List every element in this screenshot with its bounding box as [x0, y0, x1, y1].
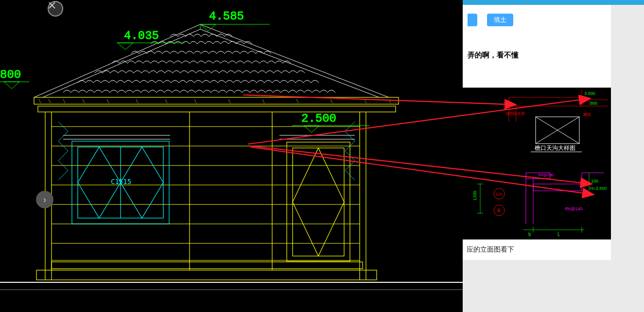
svg-line-4 — [63, 99, 65, 103]
detail-title: 檐口天沟大样图 — [535, 145, 575, 151]
svg-marker-49 — [4, 82, 19, 89]
svg-marker-45 — [118, 43, 133, 50]
svg-line-13 — [331, 99, 332, 103]
detail-label-br: 腰线 — [583, 112, 591, 117]
svg-line-7 — [136, 99, 138, 103]
close-icon — [49, 2, 55, 9]
button-partial[interactable] — [468, 14, 477, 26]
close-button[interactable] — [48, 1, 63, 17]
svg-line-14 — [365, 99, 366, 103]
detail-b: b — [528, 232, 531, 237]
detail-caption: 应的立面图看下 — [463, 239, 611, 260]
svg-rect-68 — [533, 184, 582, 191]
button-fill[interactable]: 填土 — [487, 14, 513, 26]
question-card: 填土 弄的啊，看不懂 — [463, 5, 611, 88]
nav-next-button[interactable]: › — [36, 191, 53, 208]
svg-line-8 — [165, 99, 167, 103]
svg-line-2 — [39, 99, 41, 103]
svg-rect-54 — [509, 97, 582, 106]
dim-ridge: 4.585 — [209, 10, 244, 23]
svg-line-15 — [389, 99, 391, 103]
cad-drawing: 4.585 4.035 2.500 800 C1515 — [0, 0, 463, 312]
cad-main-view[interactable]: 4.585 4.035 2.500 800 C1515 › — [0, 0, 463, 312]
svg-line-3 — [49, 99, 51, 103]
window-tag: C1515 — [111, 178, 131, 185]
panel-top-accent — [463, 0, 644, 5]
detail-drawing-thumb[interactable]: 3.000 800 顶部防水层 腰线 檐口天沟大样图 — [463, 88, 611, 239]
side-panel: 填土 弄的啊，看不懂 — [463, 0, 644, 312]
svg-rect-29 — [52, 262, 363, 269]
svg-line-12 — [296, 99, 298, 103]
detail-rebar2: Φ6@200 — [538, 173, 554, 177]
svg-line-9 — [194, 99, 196, 103]
dim-800: 800 — [0, 68, 21, 81]
svg-rect-1 — [38, 106, 396, 112]
svg-rect-40 — [293, 148, 344, 256]
dim-lintel: 2.500 — [301, 112, 336, 125]
svg-line-11 — [262, 99, 264, 103]
axis-a: A — [497, 208, 501, 213]
axis-1a: 1/A — [496, 192, 503, 197]
question-text: 弄的啊，看不懂 — [468, 51, 606, 60]
detail-dim-100: 100 — [591, 179, 598, 184]
detail-h2500: H=2.500 — [590, 186, 607, 191]
detail-dim-800: 800 — [590, 101, 597, 106]
detail-card: 3.000 800 顶部防水层 腰线 檐口天沟大样图 — [463, 88, 611, 260]
detail-L: L — [557, 232, 560, 237]
svg-line-6 — [107, 99, 109, 103]
detail-label-left: 顶部防水层 — [505, 111, 525, 116]
detail-dim-3000: 3.000 — [584, 91, 595, 96]
dim-eave: 4.035 — [124, 29, 159, 42]
svg-line-10 — [228, 99, 230, 103]
chevron-right-icon: › — [43, 195, 46, 205]
svg-rect-28 — [36, 270, 377, 280]
svg-rect-0 — [34, 97, 399, 104]
detail-dim-1200: 1200 — [472, 191, 477, 201]
svg-line-5 — [83, 99, 85, 103]
detail-rebar1: Φ6@140 — [565, 206, 582, 211]
